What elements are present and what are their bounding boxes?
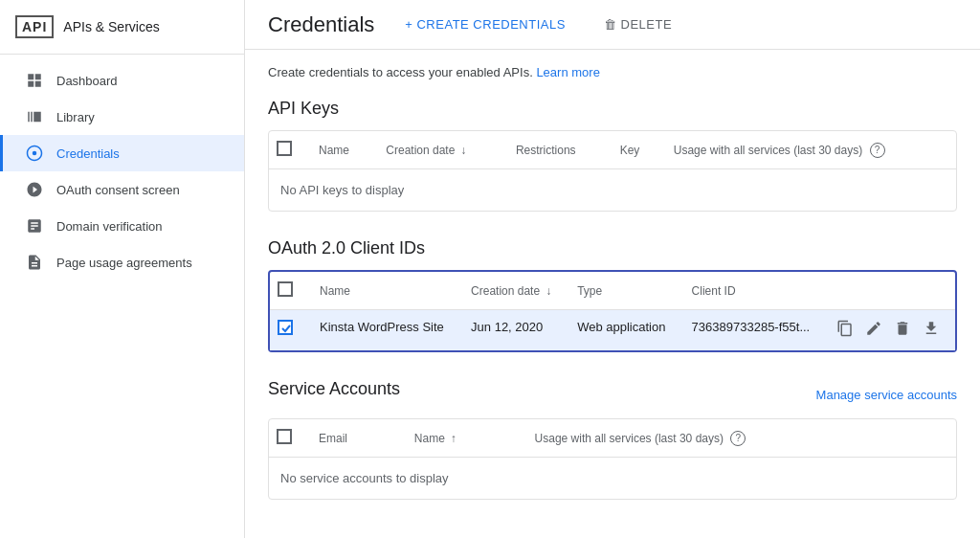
- oauth-header-row: Name Creation date ↓ Type: [270, 272, 955, 310]
- info-text: Create credentials to access your enable…: [268, 65, 533, 79]
- oauth-col-checkbox: [270, 272, 308, 310]
- api-keys-col-restrictions: Restrictions: [504, 131, 609, 169]
- sidebar-item-oauth[interactable]: OAuth consent screen: [0, 171, 244, 208]
- oauth-row-name: Kinsta WordPress Site: [308, 310, 459, 351]
- edit-icon[interactable]: [865, 320, 882, 341]
- main-header: Credentials + CREATE CREDENTIALS 🗑 DELET…: [245, 0, 980, 50]
- learn-more-link[interactable]: Learn more: [536, 65, 599, 79]
- api-keys-col-checkbox: [269, 131, 307, 169]
- api-keys-table-container: Name Creation date ↓ Restrictions: [268, 130, 957, 212]
- sidebar-item-domain[interactable]: Domain verification: [0, 208, 244, 244]
- download-icon[interactable]: [923, 320, 940, 341]
- sidebar-item-label: Dashboard: [56, 74, 118, 88]
- oauth-table-container: Name Creation date ↓ Type: [268, 270, 957, 352]
- sa-empty-message: No service accounts to display: [269, 458, 956, 500]
- sidebar-item-dashboard[interactable]: Dashboard: [0, 62, 244, 99]
- main-body: Create credentials to access your enable…: [245, 50, 980, 538]
- svg-point-0: [33, 151, 37, 156]
- oauth-row-checkbox-cell: [270, 310, 308, 351]
- info-bar: Create credentials to access your enable…: [268, 65, 957, 79]
- page-usage-icon: [26, 254, 43, 271]
- oauth-col-type: Type: [566, 272, 679, 310]
- oauth-sort-desc-icon: ↓: [546, 284, 551, 298]
- sa-select-all-checkbox[interactable]: [277, 429, 292, 444]
- sa-col-name[interactable]: Name ↑: [403, 419, 523, 458]
- manage-service-accounts-link[interactable]: Manage service accounts: [816, 388, 957, 402]
- sidebar-item-library[interactable]: Library: [0, 99, 244, 135]
- sidebar-item-label: Page usage agreements: [56, 256, 192, 270]
- sidebar-item-label: Library: [56, 110, 95, 124]
- sa-sort-asc-icon: ↑: [451, 432, 457, 445]
- api-keys-table: Name Creation date ↓ Restrictions: [269, 131, 956, 211]
- service-accounts-header-row: Email Name ↑ Usage with all services (la…: [269, 419, 956, 458]
- sidebar-item-label: Credentials: [56, 146, 120, 161]
- api-keys-select-all-checkbox[interactable]: [277, 141, 292, 156]
- api-keys-col-usage: Usage with all services (last 30 days) ?: [662, 131, 956, 169]
- sa-empty-row: No service accounts to display: [269, 458, 956, 500]
- sidebar-title: APIs & Services: [63, 19, 159, 34]
- sidebar-nav: Dashboard Library Credentials OAuth cons…: [0, 55, 244, 280]
- oauth-select-all-checkbox[interactable]: [278, 281, 293, 297]
- oauth-row-client-id: 736389733285-f55t...: [680, 310, 826, 351]
- api-keys-title: API Keys: [268, 99, 957, 119]
- oauth-col-creation-date[interactable]: Creation date ↓: [459, 272, 566, 310]
- api-keys-section: API Keys Name Cre: [268, 99, 957, 212]
- delete-row-icon[interactable]: [894, 320, 911, 341]
- api-keys-col-creation-date[interactable]: Creation date ↓: [374, 131, 504, 169]
- api-logo: API: [15, 15, 54, 38]
- oauth-row-checkbox[interactable]: [278, 320, 293, 335]
- copy-icon[interactable]: [836, 320, 854, 341]
- page-title: Credentials: [268, 12, 374, 37]
- sidebar-header: API APIs & Services: [0, 0, 244, 55]
- oauth-row-type: Web application: [566, 310, 679, 351]
- service-accounts-header-row: Service Accounts Manage service accounts: [268, 379, 957, 411]
- oauth-col-name: Name: [308, 272, 459, 310]
- oauth-row-actions: [825, 310, 955, 351]
- oauth-col-actions: [825, 272, 955, 310]
- oauth-row-creation-date: Jun 12, 2020: [459, 310, 566, 351]
- sidebar: API APIs & Services Dashboard Library Cr…: [0, 0, 245, 538]
- library-icon: [26, 108, 43, 125]
- api-keys-col-name: Name: [307, 131, 374, 169]
- sidebar-item-credentials[interactable]: Credentials: [0, 135, 244, 171]
- sidebar-item-page-usage[interactable]: Page usage agreements: [0, 244, 244, 280]
- sa-col-checkbox: [269, 419, 307, 458]
- usage-help-icon[interactable]: ?: [870, 143, 885, 158]
- oauth-title: OAuth 2.0 Client IDs: [268, 238, 957, 258]
- service-accounts-table-container: Email Name ↑ Usage with all services (la…: [268, 418, 957, 500]
- service-accounts-table: Email Name ↑ Usage with all services (la…: [269, 419, 956, 499]
- main-content: Credentials + CREATE CREDENTIALS 🗑 DELET…: [245, 0, 980, 538]
- credentials-icon: [26, 145, 43, 162]
- oauth-col-client-id: Client ID: [680, 272, 826, 310]
- sidebar-item-label: OAuth consent screen: [56, 183, 180, 197]
- service-accounts-title: Service Accounts: [268, 379, 400, 399]
- create-credentials-button[interactable]: + CREATE CREDENTIALS: [397, 11, 573, 37]
- oauth-table: Name Creation date ↓ Type: [270, 272, 955, 350]
- oauth-icon: [26, 181, 43, 198]
- domain-icon: [26, 217, 43, 235]
- service-accounts-section: Service Accounts Manage service accounts…: [268, 379, 957, 500]
- sa-col-usage: Usage with all services (last 30 days) ?: [523, 419, 956, 458]
- api-keys-empty-row: No API keys to display: [269, 169, 956, 212]
- sa-col-email: Email: [307, 419, 403, 458]
- dashboard-icon: [26, 72, 43, 89]
- oauth-section: OAuth 2.0 Client IDs Name: [268, 238, 957, 352]
- api-keys-header-row: Name Creation date ↓ Restrictions: [269, 131, 956, 169]
- oauth-row-kinsta: Kinsta WordPress Site Jun 12, 2020 Web a…: [270, 310, 955, 351]
- sort-desc-icon: ↓: [460, 144, 466, 157]
- api-keys-empty-message: No API keys to display: [269, 169, 956, 212]
- sidebar-item-label: Domain verification: [56, 219, 163, 234]
- api-keys-col-key: Key: [609, 131, 662, 169]
- delete-button[interactable]: 🗑 DELETE: [596, 11, 679, 37]
- sa-usage-help-icon[interactable]: ?: [730, 431, 746, 446]
